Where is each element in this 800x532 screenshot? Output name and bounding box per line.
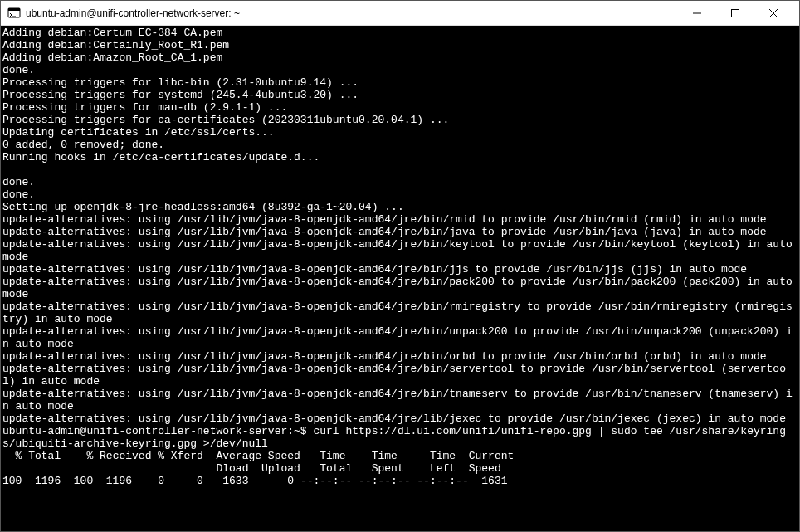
window-controls	[678, 1, 793, 26]
maximize-button[interactable]	[716, 1, 754, 26]
close-icon	[769, 9, 778, 17]
prompt-line: ubuntu-admin@unifi-controller-network-se…	[2, 425, 798, 450]
output-line: update-alternatives: using /usr/lib/jvm/…	[2, 213, 798, 226]
output-line: update-alternatives: using /usr/lib/jvm/…	[2, 226, 798, 238]
output-line: 100 1196 100 1196 0 0 1633 0 --:--:-- --…	[2, 475, 798, 487]
output-line: 0 added, 0 removed; done.	[2, 139, 798, 151]
output-line: Processing triggers for systemd (245.4-4…	[2, 89, 798, 101]
minimize-button[interactable]	[678, 1, 716, 26]
output-line: done.	[2, 176, 798, 188]
output-line: update-alternatives: using /usr/lib/jvm/…	[2, 276, 798, 300]
output-line: update-alternatives: using /usr/lib/jvm/…	[2, 412, 798, 425]
svg-rect-2	[732, 9, 739, 17]
output-line: Adding debian:Certum_EC-384_CA.pem	[2, 27, 798, 39]
window-title: ubuntu-admin@unifi-controller-network-se…	[26, 7, 678, 19]
maximize-icon	[731, 9, 739, 17]
blank-line	[2, 164, 798, 176]
output-line: done.	[2, 188, 798, 201]
output-line: update-alternatives: using /usr/lib/jvm/…	[2, 238, 798, 263]
output-line: % Total % Received % Xferd Average Speed…	[2, 450, 798, 462]
titlebar[interactable]: ubuntu-admin@unifi-controller-network-se…	[1, 1, 799, 26]
output-line: update-alternatives: using /usr/lib/jvm/…	[2, 350, 798, 363]
output-line: update-alternatives: using /usr/lib/jvm/…	[2, 388, 798, 412]
output-line: Processing triggers for ca-certificates …	[2, 114, 798, 126]
output-line: Updating certificates in /etc/ssl/certs.…	[2, 126, 798, 139]
output-line: Adding debian:Amazon_Root_CA_1.pem	[2, 51, 798, 64]
output-line: Processing triggers for man-db (2.9.1-1)…	[2, 101, 798, 114]
output-line: done.	[2, 64, 798, 76]
terminal-window: ubuntu-admin@unifi-controller-network-se…	[0, 0, 800, 532]
app-icon	[7, 7, 21, 20]
output-line: Setting up openjdk-8-jre-headless:amd64 …	[2, 201, 798, 213]
terminal-output[interactable]: Adding debian:Certum_EC-384_CA.pemAdding…	[1, 26, 799, 531]
output-line: update-alternatives: using /usr/lib/jvm/…	[2, 325, 798, 350]
output-line: update-alternatives: using /usr/lib/jvm/…	[2, 300, 798, 325]
output-line: Adding debian:Certainly_Root_R1.pem	[2, 39, 798, 51]
minimize-icon	[693, 9, 701, 17]
output-line: update-alternatives: using /usr/lib/jvm/…	[2, 363, 798, 388]
output-line: Processing triggers for libc-bin (2.31-0…	[2, 76, 798, 89]
output-line: update-alternatives: using /usr/lib/jvm/…	[2, 263, 798, 276]
output-line: Dload Upload Total Spent Left Speed	[2, 462, 798, 475]
output-line: Running hooks in /etc/ca-certificates/up…	[2, 151, 798, 164]
close-button[interactable]	[754, 1, 793, 26]
svg-rect-1	[8, 8, 20, 11]
